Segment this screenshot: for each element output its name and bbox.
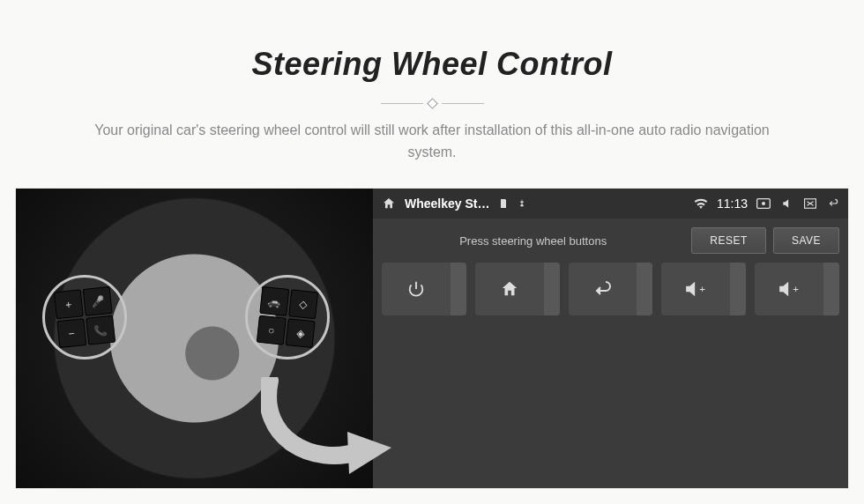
wheel-left-controls: + 🎤 − 📞 <box>42 275 127 359</box>
steering-wheel-image: + 🎤 − 📞 🚗 ◇ ○ ◈ <box>16 189 373 488</box>
home-icon[interactable] <box>382 196 396 211</box>
headunit-screen: Wheelkey St… 11:13 <box>373 189 848 488</box>
cast-icon[interactable] <box>756 198 771 209</box>
tile-volume-up-1[interactable]: + <box>661 263 746 315</box>
wheel-btn-voice: 🎤 <box>83 286 113 316</box>
mapper-toolbar: Press steering wheel buttons RESET SAVE <box>373 219 848 259</box>
mute-icon[interactable] <box>781 197 793 210</box>
svg-text:+: + <box>793 283 799 294</box>
home-tile-icon <box>475 263 544 315</box>
mapper-tiles: + + <box>373 259 848 324</box>
wheel-btn-phone: 📞 <box>86 315 115 345</box>
app-title: Wheelkey St… <box>405 196 489 211</box>
wheel-right-controls: 🚗 ◇ ○ ◈ <box>245 275 330 359</box>
wheel-btn-up: ◇ <box>288 289 318 319</box>
wheel-btn-cycle: ○ <box>257 315 287 345</box>
power-icon <box>382 263 451 315</box>
wheel-btn-mode: 🚗 <box>259 286 289 316</box>
status-bar: Wheelkey St… 11:13 <box>373 189 848 219</box>
status-time: 11:13 <box>717 196 748 211</box>
svg-point-1 <box>763 203 765 205</box>
tile-volume-up-2[interactable]: + <box>755 263 839 315</box>
reset-button[interactable]: RESET <box>691 227 766 254</box>
save-button[interactable]: SAVE <box>773 227 839 254</box>
page-subtitle: Your original car's steering wheel contr… <box>71 120 793 164</box>
mapper-prompt: Press steering wheel buttons <box>382 234 684 248</box>
page-title: Steering Wheel Control <box>0 46 864 83</box>
title-divider <box>379 99 485 107</box>
wifi-icon <box>694 198 708 209</box>
previous-icon <box>569 263 637 315</box>
volume-up-icon: + <box>661 263 730 315</box>
tile-previous[interactable] <box>569 263 653 315</box>
tile-home[interactable] <box>475 263 560 315</box>
wheel-btn-minus: − <box>56 318 86 348</box>
main-panel: + 🎤 − 📞 🚗 ◇ ○ ◈ Wheelkey St… <box>16 189 848 488</box>
svg-text:+: + <box>699 283 705 294</box>
window-icon[interactable] <box>804 198 816 209</box>
sd-icon <box>498 197 509 210</box>
volume-up-icon: + <box>755 263 823 315</box>
wheel-btn-down: ◈ <box>286 318 316 348</box>
back-icon[interactable] <box>827 197 839 210</box>
usb-icon <box>518 197 526 210</box>
wheel-btn-plus: + <box>54 289 84 319</box>
tile-power[interactable] <box>382 263 466 315</box>
mapper-body <box>373 324 848 488</box>
